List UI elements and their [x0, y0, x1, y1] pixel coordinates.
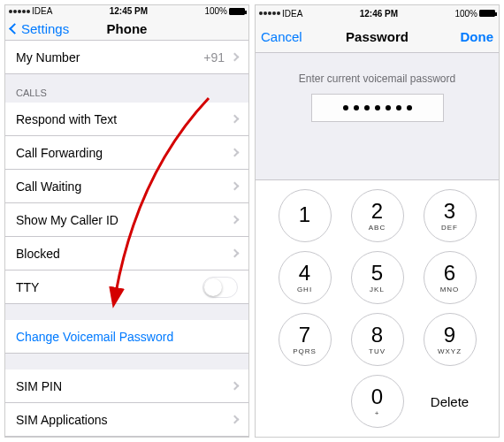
row-label: My Number [16, 50, 80, 65]
row-blocked[interactable]: Blocked [5, 237, 248, 271]
status-time: 12:46 PM [360, 9, 398, 19]
key-9[interactable]: 9WXYZ [424, 313, 477, 366]
row-respond-with-text[interactable]: Respond with Text [5, 103, 248, 136]
key-7[interactable]: 7PQRS [279, 313, 332, 366]
section-header-calls: CALLS [5, 74, 248, 103]
battery-percent: 100% [204, 6, 227, 16]
row-label: Call Waiting [16, 179, 81, 194]
key-1[interactable]: 1 [279, 189, 332, 242]
row-label: Show My Caller ID [16, 213, 118, 227]
delete-label: Delete [431, 394, 469, 409]
signal-icon [259, 11, 280, 15]
done-button[interactable]: Done [455, 21, 500, 52]
nav-bar: Cancel Password Done [256, 21, 499, 53]
cancel-label: Cancel [261, 29, 302, 44]
key-3[interactable]: 3DEF [424, 189, 477, 242]
key-2[interactable]: 2ABC [351, 189, 404, 242]
row-show-caller-id[interactable]: Show My Caller ID [5, 203, 248, 237]
row-call-waiting[interactable]: Call Waiting [5, 170, 248, 203]
settings-list: My Number +91 CALLS Respond with Text Ca… [5, 41, 248, 437]
key-4[interactable]: 4GHI [279, 251, 332, 304]
key-6[interactable]: 6MNO [424, 251, 477, 304]
page-title: Phone [107, 21, 148, 36]
key-0[interactable]: 0+ [351, 375, 404, 428]
password-field[interactable] [311, 94, 444, 122]
chevron-right-icon [231, 216, 240, 225]
row-label: SIM Applications [16, 413, 108, 427]
row-call-forwarding[interactable]: Call Forwarding [5, 136, 248, 170]
row-label: TTY [16, 280, 39, 294]
carrier-label: IDEA [282, 9, 302, 19]
row-sim-applications[interactable]: SIM Applications [5, 403, 248, 437]
chevron-right-icon [231, 415, 240, 424]
row-label: Change Voicemail Password [16, 330, 173, 344]
key-5[interactable]: 5JKL [351, 251, 404, 304]
status-bar: IDEA 12:46 PM 100% [256, 5, 499, 21]
chevron-left-icon [9, 23, 20, 34]
chevron-right-icon [231, 382, 240, 391]
battery-icon [479, 10, 495, 17]
back-label: Settings [21, 21, 69, 36]
row-label: Respond with Text [16, 112, 117, 126]
status-time: 12:45 PM [110, 6, 148, 16]
page-title: Password [346, 29, 409, 44]
chevron-right-icon [231, 53, 240, 62]
signal-icon [9, 10, 30, 13]
section-gap [5, 304, 248, 320]
cancel-button[interactable]: Cancel [256, 21, 308, 52]
battery-percent: 100% [454, 9, 477, 19]
row-label: SIM PIN [16, 379, 62, 393]
row-label: Call Forwarding [16, 146, 103, 160]
done-label: Done [461, 29, 494, 44]
chevron-right-icon [231, 149, 240, 157]
row-tty[interactable]: TTY [5, 271, 248, 304]
row-my-number[interactable]: My Number +91 [5, 41, 248, 74]
battery-icon [229, 8, 245, 15]
delete-button[interactable]: Delete [424, 375, 477, 428]
password-prompt: Enter current voicemail password [256, 72, 499, 85]
chevron-right-icon [231, 182, 240, 191]
row-sim-pin[interactable]: SIM PIN [5, 370, 248, 403]
carrier-label: IDEA [32, 6, 52, 16]
chevron-right-icon [231, 249, 240, 258]
numeric-keypad: 1 2ABC 3DEF 4GHI 5JKL 6MNO 7PQRS 8TUV 9W… [256, 179, 499, 437]
settings-phone-screen: IDEA 12:45 PM 100% Settings Phone My Num… [4, 4, 249, 438]
chevron-right-icon [231, 115, 240, 124]
key-8[interactable]: 8TUV [351, 313, 404, 366]
row-value: +91 [203, 50, 225, 65]
key-spacer [279, 375, 332, 428]
voicemail-password-screen: IDEA 12:46 PM 100% Cancel Password Done … [255, 4, 500, 438]
row-label: Blocked [16, 247, 60, 261]
section-gap [5, 354, 248, 370]
tty-toggle[interactable] [202, 277, 238, 298]
back-button[interactable]: Settings [5, 17, 74, 40]
status-bar: IDEA 12:45 PM 100% [5, 5, 248, 17]
nav-bar: Settings Phone [5, 17, 248, 41]
row-change-voicemail-password[interactable]: Change Voicemail Password [5, 320, 248, 354]
